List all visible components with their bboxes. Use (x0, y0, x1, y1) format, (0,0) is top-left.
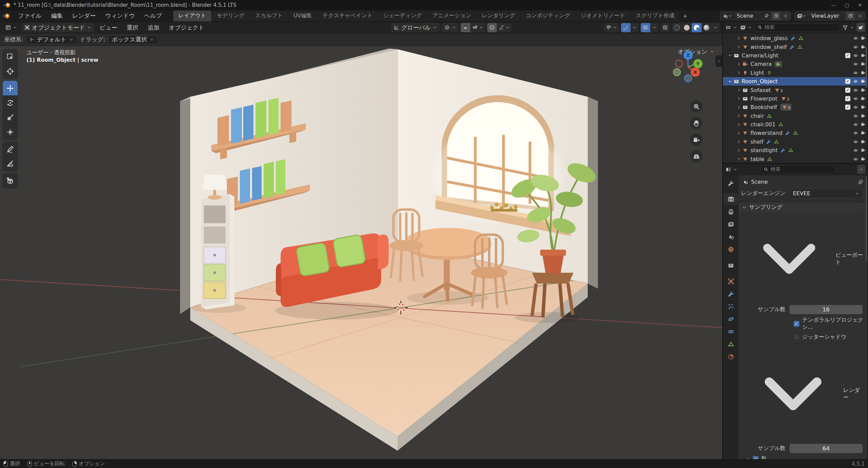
cursor-tool[interactable] (3, 64, 18, 78)
navigation-gizmo[interactable]: Z Y X (672, 50, 704, 81)
disable-render-icon[interactable] (861, 140, 865, 144)
modifier-icon[interactable] (790, 44, 795, 50)
tab-texture-paint[interactable]: テクスチャペイント (317, 11, 377, 21)
expand-icon[interactable] (737, 70, 741, 75)
menu-window[interactable]: ウィンドウ (101, 12, 139, 20)
gizmo-z-axis[interactable]: Z (684, 51, 693, 60)
collection-checkbox[interactable]: ✓ (845, 79, 850, 84)
scale-tool[interactable] (3, 110, 18, 125)
hide-viewport-icon[interactable] (853, 53, 858, 58)
menu-object[interactable]: オブジェクト (165, 24, 208, 32)
outliner-row-flowerstand[interactable]: flowerstand (723, 129, 867, 137)
transform-orientation-dropdown[interactable]: グローバル (391, 23, 440, 32)
proportional-falloff-dropdown[interactable] (497, 23, 512, 32)
mesh-data-icon[interactable] (788, 148, 793, 153)
expand-icon[interactable] (737, 44, 741, 49)
outliner-row-room-object[interactable]: Room_Object ✓ (723, 77, 867, 86)
render-engine-dropdown[interactable]: EEVEE (790, 189, 863, 198)
outliner-row-camera[interactable]: Camera (723, 60, 867, 68)
shading-material-button[interactable] (692, 23, 702, 32)
menu-edit[interactable]: 編集 (47, 12, 67, 20)
tab-scripting[interactable]: スクリプト作成 (631, 11, 679, 21)
tab-modifiers[interactable] (723, 288, 739, 300)
sampling-panel-header[interactable]: サンプリング ···· (739, 202, 867, 213)
maximize-button[interactable]: ▢ (845, 2, 849, 8)
title-bar[interactable]: * 11_room [G:\_data\Blender\tutorial\Ble… (0, 0, 868, 10)
outliner-row-bookshelf[interactable]: Bookshelf 5 ✓ (723, 103, 867, 111)
tab-particles[interactable] (723, 301, 739, 312)
jitter-shadows-checkbox[interactable] (794, 334, 799, 340)
pin-icon[interactable] (858, 179, 863, 185)
proportional-edit-toggle[interactable] (487, 23, 497, 32)
viewport-subpanel-header[interactable]: ビューポート (739, 213, 867, 304)
disable-render-icon[interactable] (861, 53, 865, 58)
outliner-search-input[interactable]: 検索 (754, 23, 840, 32)
outliner-row-light[interactable]: Light (723, 69, 867, 77)
outliner-filter-id-dropdown[interactable] (740, 23, 752, 32)
tab-compositing[interactable]: コンポジティング (520, 11, 575, 21)
add-workspace-button[interactable]: + (680, 11, 690, 21)
zoom-button[interactable] (690, 100, 703, 113)
mesh-data-icon[interactable] (767, 157, 772, 162)
expand-icon[interactable] (737, 36, 741, 41)
xray-toggle[interactable] (660, 23, 670, 32)
collection-checkbox[interactable]: ✓ (845, 105, 850, 110)
expand-icon[interactable] (737, 96, 741, 101)
tab-object[interactable] (723, 275, 739, 287)
app-menu-button[interactable] (3, 14, 13, 18)
expand-icon[interactable] (737, 122, 741, 127)
render-samples-field[interactable]: 64 (790, 444, 863, 453)
disable-render-icon[interactable] (861, 96, 865, 101)
expand-icon[interactable] (737, 157, 741, 161)
disable-render-icon[interactable] (861, 36, 865, 40)
rotate-tool[interactable] (3, 95, 18, 110)
gizmo-settings-dropdown[interactable] (631, 23, 639, 32)
disable-render-icon[interactable] (861, 131, 865, 135)
tab-collection[interactable] (723, 259, 739, 271)
outliner-row-standlight[interactable]: standlight (723, 146, 867, 155)
collapse-icon[interactable] (728, 53, 732, 58)
expand-icon[interactable] (737, 105, 741, 110)
hide-viewport-icon[interactable] (853, 105, 858, 109)
mesh-data-icon[interactable] (774, 139, 779, 144)
hide-viewport-icon[interactable] (853, 36, 858, 40)
hide-viewport-icon[interactable] (853, 131, 858, 135)
tab-world[interactable] (723, 244, 739, 255)
outliner-filter-dropdown[interactable] (842, 23, 855, 32)
camera-view-button[interactable] (690, 133, 703, 146)
expand-icon[interactable] (737, 113, 741, 118)
outliner-row-chair-001[interactable]: chair.001 (723, 120, 867, 129)
minimize-button[interactable]: — (831, 2, 836, 8)
tab-viewlayer[interactable] (723, 218, 739, 230)
tab-modeling[interactable]: モデリング (212, 11, 250, 21)
disable-render-icon[interactable] (861, 114, 865, 118)
mode-dropdown[interactable]: オブジェクトモード (22, 23, 94, 32)
menu-render[interactable]: レンダー (68, 12, 100, 20)
hide-viewport-icon[interactable] (853, 79, 858, 84)
hide-viewport-icon[interactable] (853, 88, 858, 92)
move-tool[interactable] (3, 81, 18, 95)
select-box-tool[interactable] (3, 49, 18, 64)
outliner-row-flowerpot[interactable]: Flowerpot 2 ✓ (723, 94, 867, 103)
expand-icon[interactable] (737, 139, 741, 144)
light-data-icon[interactable] (767, 70, 772, 75)
add-cube-tool[interactable] (3, 173, 18, 188)
measure-tool[interactable] (3, 156, 18, 171)
shading-settings-dropdown[interactable] (711, 23, 720, 32)
properties-editor-type-button[interactable] (725, 165, 738, 174)
modifier-icon[interactable] (785, 130, 790, 136)
sidebar-collapse-arrow[interactable]: ‹ (715, 55, 722, 67)
modifier-icon[interactable] (791, 36, 796, 41)
hide-viewport-icon[interactable] (853, 122, 858, 127)
gizmo-minus-y-axis[interactable] (673, 68, 681, 76)
gizmo-x-axis[interactable]: X (691, 68, 700, 77)
hide-viewport-icon[interactable] (853, 148, 858, 152)
mesh-data-icon[interactable] (767, 113, 772, 119)
hide-viewport-icon[interactable] (853, 96, 858, 101)
menu-file[interactable]: ファイル (14, 12, 46, 20)
disable-render-icon[interactable] (861, 105, 865, 109)
tab-uv-editing[interactable]: UV編集 (288, 11, 317, 21)
tab-constraints[interactable] (723, 326, 739, 337)
scene-copy-button[interactable] (771, 12, 781, 20)
disable-render-icon[interactable] (861, 88, 865, 92)
